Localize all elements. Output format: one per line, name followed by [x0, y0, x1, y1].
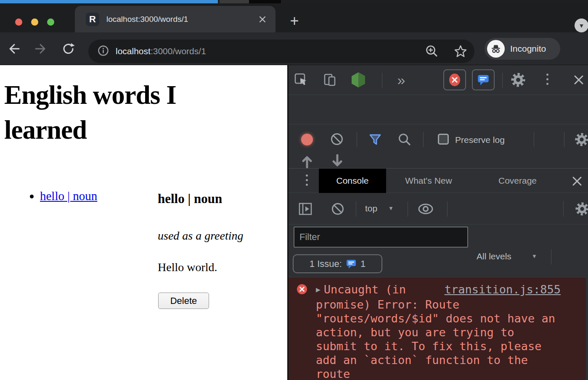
devtools-menu-icon[interactable]: [546, 74, 548, 87]
import-har-icon[interactable]: [301, 154, 313, 168]
close-window-button[interactable]: [15, 18, 22, 26]
node-js-icon[interactable]: [350, 71, 367, 88]
inspect-element-icon[interactable]: [294, 72, 309, 87]
word-example: Hello world.: [158, 261, 217, 274]
tab-title: localhost:3000/words/1: [106, 15, 188, 24]
tab-whats-new[interactable]: What's New: [395, 169, 462, 193]
forward-icon[interactable]: [34, 42, 48, 56]
drawer-close-icon[interactable]: [571, 175, 583, 187]
error-icon: [297, 284, 307, 294]
console-filter-input[interactable]: [294, 227, 468, 248]
incognito-label: Incognito: [510, 44, 546, 54]
clear-console-icon[interactable]: [331, 202, 345, 216]
url-path: :3000/words/1: [151, 46, 206, 56]
more-panels-icon[interactable]: »: [393, 71, 410, 88]
bookmark-star-icon[interactable]: [453, 44, 468, 58]
background-window-segment: [220, 0, 249, 3]
tab-coverage[interactable]: Coverage: [493, 169, 542, 193]
devtools-panel: »: [287, 65, 588, 380]
tab-close-icon[interactable]: [258, 15, 267, 24]
word-list: hello | noun: [0, 189, 97, 203]
incognito-icon: [487, 40, 505, 58]
fullscreen-window-button[interactable]: [47, 18, 54, 26]
issues-icon[interactable]: [472, 69, 495, 90]
console-sidebar-toggle-icon[interactable]: [298, 201, 313, 216]
network-toolbar: Preserve log: [289, 95, 588, 124]
web-page: English words I learned hello | noun hel…: [0, 65, 287, 380]
issue-bubble-icon: [346, 259, 357, 269]
tab-strip: R localhost:3000/words/1 + ▼: [0, 3, 588, 32]
error-count-badge[interactable]: [443, 69, 466, 90]
error-message-text: Uncaught (in promise) Error: Route "rout…: [316, 283, 555, 380]
console-settings-gear-icon[interactable]: [575, 202, 588, 216]
error-source-link[interactable]: transition.js:855: [445, 282, 561, 296]
word-link[interactable]: hello | noun: [40, 189, 97, 203]
zoom-icon[interactable]: [425, 44, 439, 58]
drawer-tab-bar: Console What's New Coverage: [289, 169, 588, 193]
context-selector[interactable]: top: [365, 203, 377, 214]
log-levels-caret-icon[interactable]: ▼: [532, 253, 537, 259]
issues-counter-button[interactable]: 1 Issue: 1: [293, 254, 382, 273]
url-bar[interactable]: localhost:3000/words/1: [88, 40, 474, 63]
url-text: localhost:3000/words/1: [116, 46, 206, 56]
background-window-strip: [0, 0, 588, 3]
incognito-badge: Incognito: [485, 38, 560, 60]
device-toolbar-icon[interactable]: [322, 72, 337, 87]
context-caret-icon[interactable]: ▼: [388, 205, 394, 211]
tab-console[interactable]: Console: [319, 169, 386, 193]
new-tab-button[interactable]: +: [287, 15, 302, 29]
devtools-main-toolbar: »: [289, 65, 588, 95]
export-har-icon[interactable]: [331, 154, 343, 168]
network-conditions-row: Disable cache No throttling ▼: [289, 124, 588, 150]
remix-favicon-icon: R: [86, 13, 99, 26]
expand-triangle-icon[interactable]: ▶: [316, 282, 320, 296]
word-definition: used as a greeting: [158, 229, 244, 243]
minimize-window-button[interactable]: [31, 18, 38, 26]
error-message-block: transition.js:855▶Uncaught (in promise) …: [316, 282, 561, 380]
browser-toolbar: localhost:3000/words/1 Incognito: [0, 32, 588, 65]
console-drawer: Console What's New Coverage top ▼: [289, 168, 588, 380]
issues-label: 1 Issue:: [310, 259, 342, 269]
console-toolbar: top ▼: [289, 193, 588, 224]
background-window-segment-dark: [249, 0, 281, 3]
page-title: English words I learned: [4, 78, 233, 148]
url-host: localhost: [116, 46, 151, 56]
browser-window: R localhost:3000/words/1 + ▼ localhost:3…: [0, 0, 588, 380]
word-detail-title: hello | noun: [158, 191, 222, 206]
reload-icon[interactable]: [61, 42, 76, 56]
console-error-entry: transition.js:855▶Uncaught (in promise) …: [289, 277, 586, 380]
site-info-icon[interactable]: [98, 45, 109, 58]
browser-tab[interactable]: R localhost:3000/words/1: [75, 6, 275, 32]
delete-button[interactable]: Delete: [158, 293, 209, 309]
issues-count: 1: [360, 259, 366, 269]
back-icon[interactable]: [7, 42, 21, 56]
tab-search-button[interactable]: ▼: [575, 18, 588, 32]
drawer-menu-icon[interactable]: [305, 174, 308, 188]
live-expression-eye-icon[interactable]: [417, 202, 434, 216]
devtools-close-icon[interactable]: [571, 72, 586, 87]
settings-gear-icon[interactable]: [511, 72, 526, 87]
log-levels-select[interactable]: All levels: [477, 251, 511, 261]
background-window-highlight: [0, 0, 218, 3]
list-item: hello | noun: [40, 189, 97, 203]
